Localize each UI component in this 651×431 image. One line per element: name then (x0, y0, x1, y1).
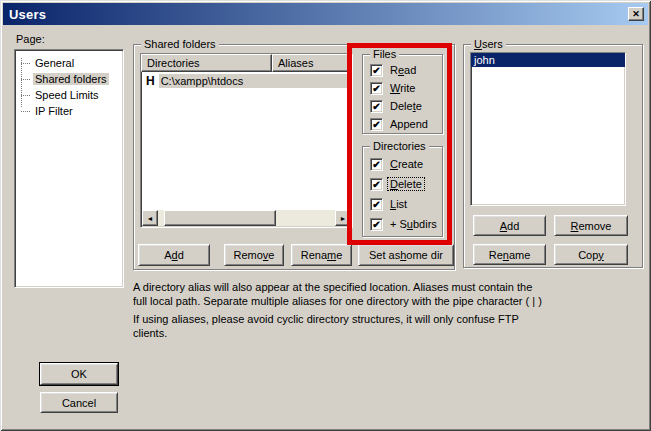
remove-user-button[interactable]: Remove (554, 215, 628, 236)
page-item-speed-limits[interactable]: Speed Limits (15, 87, 123, 103)
remove-directory-button[interactable]: Remove (224, 244, 284, 266)
dirs-create-row[interactable]: ✔ Create (363, 154, 442, 174)
files-group-label: Files (370, 48, 399, 60)
files-delete-row[interactable]: ✔ Delete (363, 97, 442, 115)
tree-stub (21, 95, 30, 96)
page-list[interactable]: General Shared folders Speed Limits IP F… (14, 49, 124, 288)
button-label: e (336, 249, 342, 261)
write-checkbox[interactable]: ✔ (370, 82, 383, 95)
rename-user-button[interactable]: Rename (473, 244, 546, 265)
column-header-directories[interactable]: Directories (141, 54, 272, 72)
close-icon: ✕ (632, 9, 640, 19)
files-permissions-group: Files ✔ Read ✔ Write ✔ Delete ✔ Append (362, 54, 443, 134)
page-item-label: IP Filter (33, 105, 75, 117)
checkbox-label: Write (388, 82, 417, 94)
tree-stub (21, 63, 30, 64)
button-label: Set as (369, 249, 400, 261)
page-label: Page: (16, 33, 45, 45)
button-label: d (178, 249, 184, 261)
delete-dir-checkbox[interactable]: ✔ (370, 178, 383, 191)
checkbox-label: List (388, 198, 409, 210)
copy-user-button[interactable]: Copy (554, 244, 628, 265)
page-item-label: General (33, 57, 76, 69)
scrollbar-thumb[interactable] (164, 210, 276, 226)
dirs-delete-row[interactable]: ✔ Delete (363, 174, 442, 194)
check-icon: ✔ (372, 179, 380, 190)
users-group-label: Users (471, 38, 506, 50)
users-dialog: Users ✕ Page: General Shared folders Spe… (0, 0, 651, 431)
button-label: Cop (578, 249, 598, 261)
tree-stub (21, 111, 30, 112)
checkbox-label: Delete (388, 100, 424, 112)
button-label: Remo (234, 249, 263, 261)
button-label: ome dir (406, 249, 443, 261)
check-icon: ✔ (372, 199, 380, 210)
alias-note-1: A directory alias will also appear at th… (133, 281, 547, 308)
delete-file-checkbox[interactable]: ✔ (370, 100, 383, 113)
checkbox-label: + Subdirs (388, 218, 439, 230)
page-item-ip-filter[interactable]: IP Filter (15, 103, 123, 119)
directories-permissions-group: Directories ✔ Create ✔ Delete ✔ List ✔ +… (362, 146, 443, 237)
listview-header: Directories Aliases (141, 54, 352, 72)
scrollbar-track[interactable] (158, 210, 335, 226)
list-checkbox[interactable]: ✔ (370, 198, 383, 211)
cancel-button[interactable]: Cancel (40, 392, 118, 413)
page-item-shared-folders[interactable]: Shared folders (15, 71, 123, 87)
titlebar: Users ✕ (3, 3, 648, 25)
page-item-label: Speed Limits (33, 89, 101, 101)
button-label: Re (489, 249, 503, 261)
create-checkbox[interactable]: ✔ (370, 158, 383, 171)
page-item-label: Shared folders (33, 73, 109, 85)
shared-folders-group-label: Shared folders (141, 38, 219, 50)
button-label: ame (509, 249, 530, 261)
directory-row[interactable]: H C:\xampp\htdocs (141, 72, 352, 89)
files-write-row[interactable]: ✔ Write (363, 79, 442, 97)
checkbox-label: Create (388, 158, 425, 170)
scroll-left-button[interactable]: ◄ (142, 210, 158, 226)
dirs-list-row[interactable]: ✔ List (363, 194, 442, 214)
column-header-aliases[interactable]: Aliases (272, 54, 352, 72)
tree-stub (21, 79, 30, 80)
horizontal-scrollbar[interactable]: ◄ ► (142, 210, 351, 226)
files-read-row[interactable]: ✔ Read (363, 61, 442, 79)
add-directory-button[interactable]: Add (138, 244, 210, 266)
read-checkbox[interactable]: ✔ (370, 64, 383, 77)
close-button[interactable]: ✕ (628, 7, 644, 21)
check-icon: ✔ (372, 159, 380, 170)
ok-button[interactable]: OK (40, 363, 118, 385)
check-icon: ✔ (372, 119, 380, 130)
users-list[interactable]: john (470, 52, 626, 206)
dirs-subdirs-row[interactable]: ✔ + Subdirs (363, 214, 442, 234)
append-checkbox[interactable]: ✔ (370, 118, 383, 131)
scroll-right-button[interactable]: ► (335, 210, 351, 226)
check-icon: ✔ (372, 83, 380, 94)
home-directory-flag: H (146, 74, 155, 88)
arrow-left-icon: ◄ (147, 215, 154, 222)
button-label: dd (507, 220, 519, 232)
rename-directory-button[interactable]: Rename (291, 244, 352, 266)
add-user-button[interactable]: Add (473, 215, 546, 236)
button-label: A (500, 220, 507, 232)
button-label: y (598, 249, 604, 261)
directories-group-label: Directories (370, 140, 429, 152)
check-icon: ✔ (372, 65, 380, 76)
button-label: A (164, 249, 171, 261)
window-title: Users (9, 7, 46, 22)
alias-notes: A directory alias will also appear at th… (133, 281, 547, 340)
check-icon: ✔ (372, 101, 380, 112)
user-item-john[interactable]: john (471, 53, 625, 67)
subdirs-checkbox[interactable]: ✔ (370, 218, 383, 231)
set-as-home-dir-button[interactable]: Set as home dir (358, 244, 454, 266)
button-label: m (327, 249, 336, 261)
button-label: e (268, 249, 274, 261)
button-label: emove (578, 220, 611, 232)
page-item-general[interactable]: General (15, 55, 123, 71)
check-icon: ✔ (372, 219, 380, 230)
directories-listview[interactable]: Directories Aliases H C:\xampp\htdocs ◄ … (140, 53, 353, 228)
button-label: R (571, 220, 579, 232)
checkbox-label: Append (388, 118, 430, 130)
arrow-right-icon: ► (340, 215, 347, 222)
files-append-row[interactable]: ✔ Append (363, 115, 442, 133)
checkbox-label: Delete (388, 178, 424, 190)
button-label: Rena (301, 249, 327, 261)
